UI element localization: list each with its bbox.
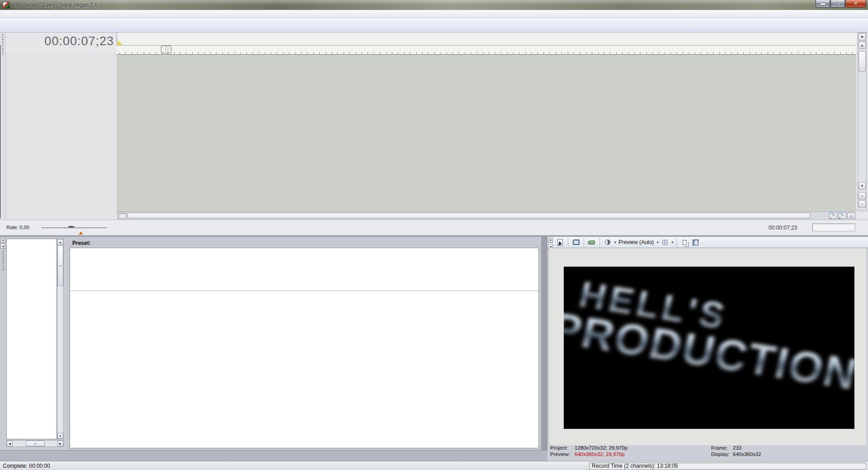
app-icon: [3, 2, 9, 9]
restore-button[interactable]: ❐: [830, 0, 845, 8]
timeline-horizontal-scrollbar[interactable]: 🔍− 🔍+ ▭: [117, 212, 856, 220]
scrollbar-edge-box[interactable]: [118, 213, 126, 219]
video-output-fx-icon[interactable]: [587, 238, 597, 247]
save-snapshot-icon[interactable]: [690, 238, 700, 247]
fx-plugin-list[interactable]: [6, 239, 57, 439]
external-monitor-icon[interactable]: [571, 238, 581, 247]
rate-slider[interactable]: ◂◂▸▸: [42, 227, 107, 228]
menu-bar: [0, 10, 868, 18]
display-label: Display:: [711, 451, 730, 457]
close-fx-window-icon[interactable]: ✕: [0, 238, 5, 243]
track-height-zoom-out-button[interactable]: −: [859, 200, 866, 207]
fx-window-grip-icon: [2, 251, 4, 271]
frame-label: Frame:: [711, 445, 727, 451]
preset-row-divider: [70, 291, 538, 291]
title-bar[interactable]: int_scene_02.veg - Sony Vegas 7.0 ▬ ❐ ✕: [0, 0, 868, 10]
window-title: int_scene_02.veg - Sony Vegas 7.0: [12, 2, 98, 8]
track-header-column: [6, 52, 117, 235]
zoom-tool-button[interactable]: ▭: [847, 213, 855, 219]
scroll-up-button[interactable]: ▲: [859, 42, 866, 49]
zoom-in-time-button[interactable]: 🔍+: [838, 213, 846, 219]
playhead-handle[interactable]: [161, 46, 171, 53]
rate-marker-icon: [79, 229, 83, 235]
record-time-cell: Record Time (2 channels): 13:18:05: [589, 462, 866, 470]
preview-label: Preview:: [550, 451, 570, 457]
preview-value: 640x360x32; 29,970p: [575, 451, 625, 457]
close-button[interactable]: ✕: [845, 0, 866, 8]
main-toolbar: [0, 18, 868, 33]
project-marker-icon[interactable]: [118, 40, 123, 45]
marker-bar[interactable]: [117, 33, 856, 45]
copy-snapshot-icon[interactable]: [679, 238, 689, 247]
transport-time-display[interactable]: 00:00:07;23: [769, 225, 797, 231]
status-bar: Complete: 00:00:00 Record Time (2 channe…: [0, 461, 868, 470]
timeline-vertical-scrollbar[interactable]: ⚑ ▲ ▼ ＋ −: [858, 33, 867, 211]
preset-label: Preset:: [72, 240, 91, 246]
current-time-display[interactable]: 00:00:07;23: [18, 34, 114, 50]
display-value: 640x360x32: [733, 451, 761, 457]
preview-properties-icon[interactable]: [555, 238, 565, 247]
horizontal-scroll-thumb[interactable]: [127, 213, 810, 219]
fx-list-horizontal-scrollbar[interactable]: ◀ ≡ ▶: [6, 440, 64, 447]
video-preview-window: ▼ Preview (Auto) ▼ ▼ ✕ ◂ HELL'S PRODUCTI…: [547, 237, 868, 461]
fx-list-vertical-scrollbar[interactable]: ▲ ≡ ▼: [57, 239, 64, 439]
rate-slider-handle[interactable]: ◂◂▸▸: [68, 224, 74, 229]
timeline-grip-strip[interactable]: [0, 33, 6, 235]
preset-panel: Preset:: [66, 237, 541, 450]
rate-label: Rate: 0,00: [6, 225, 29, 230]
collapse-fx-window-icon[interactable]: ◂: [0, 244, 5, 249]
vegas-application-window: int_scene_02.veg - Sony Vegas 7.0 ▬ ❐ ✕ …: [0, 0, 868, 470]
preview-quality-selector[interactable]: Preview (Auto): [618, 239, 654, 245]
video-fx-window: ✕ ◂ ▲ ≡ ▼ ◀ ≡ ▶: [0, 237, 66, 450]
grip-dots-icon: [2, 34, 4, 55]
project-value: 1280x720x32; 29,970p: [575, 445, 627, 451]
pre view-toolbar: ▼ Preview (Auto) ▼ ▼: [547, 237, 868, 248]
video-preview-frame: HELL'S PRODUCTIONS: [564, 267, 854, 429]
vertical-scroll-thumb[interactable]: [859, 51, 866, 72]
transport-bar: Rate: 0,00 ◂◂▸▸ 00:00:07;23: [0, 220, 868, 235]
preset-thumbnails-box: [70, 248, 539, 448]
timeline-track-area[interactable]: [117, 55, 856, 218]
split-screen-view-icon[interactable]: [603, 238, 613, 247]
timeline-ruler[interactable]: [117, 45, 856, 55]
close-preview-icon[interactable]: ✕: [548, 238, 553, 243]
overlays-grid-icon[interactable]: [660, 238, 670, 247]
dock-tabs-bar: [0, 450, 547, 461]
scroll-down-button[interactable]: ▼: [859, 182, 866, 189]
zoom-out-time-button[interactable]: 🔍−: [829, 213, 837, 219]
preview-display-area: HELL'S PRODUCTIONS: [549, 248, 866, 445]
track-height-zoom-in-button[interactable]: ＋: [859, 192, 866, 199]
preview-status-area: Project: 1280x720x32; 29,970p Preview: 6…: [547, 445, 868, 461]
status-progress-text: Complete: 00:00:00: [3, 463, 50, 469]
frame-value: 233: [733, 445, 741, 451]
project-label: Project:: [550, 445, 568, 451]
window-dock-area: ✕ ◂ ▲ ≡ ▼ ◀ ≡ ▶ Preset:: [0, 235, 868, 461]
fx-window-edge-strip: ✕ ◂: [0, 237, 6, 450]
minimize-button[interactable]: ▬: [816, 0, 830, 8]
ruler-minor-ticks: [119, 52, 856, 54]
timeline-region: 00:00:07;23 ⚑ ▲ ▼ ＋ − 🔍− 🔍+ ▭ Rate: 0,00: [0, 33, 868, 235]
playhead-line: [0, 45, 0, 218]
selection-length-box: [812, 223, 855, 231]
marker-tool-button[interactable]: ⚑: [859, 33, 866, 41]
